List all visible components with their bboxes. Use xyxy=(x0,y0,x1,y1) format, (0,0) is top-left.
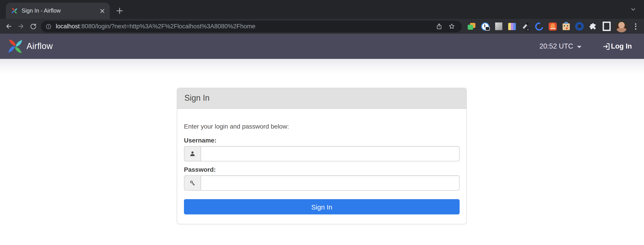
extensions-row xyxy=(467,22,611,30)
login-label: Log In xyxy=(611,42,632,50)
airflow-favicon-icon xyxy=(11,7,18,14)
back-button[interactable] xyxy=(3,20,15,32)
extensions-puzzle-icon[interactable] xyxy=(589,22,597,30)
extension-folders-icon[interactable] xyxy=(467,22,476,30)
extension-screen-time-lock-icon[interactable] xyxy=(481,22,489,30)
signin-form: Enter your login and password below: Use… xyxy=(177,109,466,224)
password-input[interactable] xyxy=(200,175,460,190)
extension-color-picker-pen-icon[interactable] xyxy=(521,22,530,30)
url-path: :8080/login/?next=http%3A%2F%2Flocalhost… xyxy=(80,23,256,30)
login-icon xyxy=(602,42,610,50)
signin-instruction: Enter your login and password below: xyxy=(184,123,460,130)
airflow-navbar: Airflow 20:52 UTC Log In xyxy=(0,34,644,59)
extension-clipboard-buddy-icon[interactable] xyxy=(562,22,570,30)
tab-close-icon[interactable] xyxy=(98,7,106,14)
password-input-group xyxy=(184,175,460,190)
extension-gray-swatch-icon[interactable] xyxy=(494,22,503,30)
forward-button[interactable] xyxy=(15,20,27,32)
signin-card: Sign In Enter your login and password be… xyxy=(177,88,467,224)
username-input[interactable] xyxy=(200,146,460,162)
bookmark-star-icon[interactable] xyxy=(446,21,456,31)
password-label: Password: xyxy=(184,166,460,173)
site-info-icon[interactable] xyxy=(46,23,52,30)
username-input-group xyxy=(184,146,460,162)
browser-tab-strip: Sign In - Airflow xyxy=(0,0,644,19)
clock-dropdown[interactable]: 20:52 UTC xyxy=(540,42,581,50)
page-content: Sign In Enter your login and password be… xyxy=(0,59,644,245)
browser-tab[interactable]: Sign In - Airflow xyxy=(6,3,110,19)
signin-button[interactable]: Sign In xyxy=(184,199,460,214)
side-panel-icon[interactable] xyxy=(602,22,611,30)
extension-blue-c-icon[interactable] xyxy=(535,22,543,30)
reload-button[interactable] xyxy=(27,20,39,32)
extension-flame-icon[interactable] xyxy=(548,22,557,30)
tab-search-chevron-icon[interactable] xyxy=(628,4,638,14)
brand-name: Airflow xyxy=(26,41,53,51)
caret-down-icon xyxy=(577,46,581,48)
user-icon xyxy=(184,146,200,162)
extension-blue-ring-icon[interactable] xyxy=(575,22,584,30)
tab-title: Sign In - Airflow xyxy=(22,8,98,14)
screen: Sign In - Airflow localhost:8080/login/?… xyxy=(0,0,644,245)
browser-toolbar: localhost:8080/login/?next=http%3A%2F%2F… xyxy=(0,19,644,34)
url-host: localhost xyxy=(56,23,80,30)
browser-menu-icon[interactable] xyxy=(632,21,640,31)
url-bar[interactable]: localhost:8080/login/?next=http%3A%2F%2F… xyxy=(41,20,462,32)
airflow-pinwheel-logo xyxy=(6,37,24,55)
signin-card-title: Sign In xyxy=(177,88,466,109)
airflow-brand-link[interactable]: Airflow xyxy=(6,37,53,55)
navbar-shadow xyxy=(0,59,644,74)
new-tab-button[interactable] xyxy=(114,5,126,17)
username-label: Username: xyxy=(184,137,460,144)
clock-text: 20:52 UTC xyxy=(540,42,573,50)
extension-color-notes-icon[interactable] xyxy=(508,22,516,30)
login-link[interactable]: Log In xyxy=(602,42,632,50)
share-icon[interactable] xyxy=(434,21,444,31)
url-text: localhost:8080/login/?next=http%3A%2F%2F… xyxy=(56,23,431,30)
profile-avatar[interactable] xyxy=(616,20,627,32)
key-icon xyxy=(184,175,200,190)
